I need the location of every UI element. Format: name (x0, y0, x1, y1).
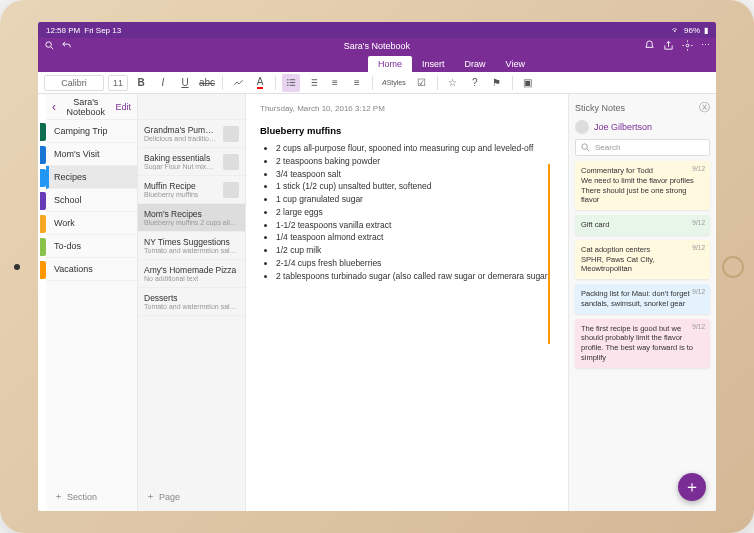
bold-button[interactable]: B (132, 74, 150, 92)
tab-insert[interactable]: Insert (412, 56, 455, 72)
number-list-button[interactable] (304, 74, 322, 92)
page-item[interactable]: NY Times SuggestionsTomato and watermelo… (138, 232, 245, 260)
section-item[interactable]: Recipes (46, 166, 137, 189)
battery-icon: ▮ (704, 26, 708, 35)
sticky-note-date: 9/12 (692, 323, 705, 331)
bell-icon[interactable] (644, 40, 655, 53)
ingredient-item: 2 tablespoons turbinado sugar (also call… (276, 270, 554, 283)
tab-home[interactable]: Home (368, 56, 412, 72)
search-icon (580, 142, 591, 153)
ingredient-item: 2 large eggs (276, 206, 554, 219)
svg-rect-6 (289, 79, 295, 80)
more-icon[interactable]: ⋯ (701, 40, 710, 53)
sticky-note-card[interactable]: 9/12Commentary for Todd We need to limit… (575, 161, 710, 210)
ingredient-item: 1-1/2 teaspoons vanilla extract (276, 219, 554, 232)
status-time: 12:58 PM (46, 26, 80, 35)
panel-toggle-button[interactable]: ▣ (519, 74, 537, 92)
share-icon[interactable] (663, 40, 674, 53)
edit-link[interactable]: Edit (115, 102, 131, 112)
add-section-button[interactable]: ＋ Section (46, 482, 137, 511)
sticky-note-card[interactable]: 9/12Gift card (575, 215, 710, 235)
highlight-button[interactable] (229, 74, 247, 92)
section-item[interactable]: Vacations (46, 258, 137, 281)
sticky-notes-panel: Sticky Notes ⓧ Joe Gilbertson Search 9/1… (568, 94, 716, 511)
font-color-button[interactable]: A (251, 74, 269, 92)
svg-point-12 (582, 144, 588, 150)
section-item[interactable]: Work (46, 212, 137, 235)
tab-view[interactable]: View (496, 56, 535, 72)
sticky-note-card[interactable]: 9/12Packing list for Maui: don't forget … (575, 284, 710, 314)
battery-percent: 96% (684, 26, 700, 35)
wifi-icon: ᯤ (672, 26, 680, 35)
sticky-note-text: Cat adoption centers SPHR, Paws Cat City… (581, 245, 704, 274)
checkbox-button[interactable]: ☑ (413, 74, 431, 92)
svg-point-5 (287, 85, 288, 86)
section-item[interactable]: Mom's Visit (46, 143, 137, 166)
section-item[interactable]: School (46, 189, 137, 212)
svg-line-1 (51, 46, 53, 48)
search-icon[interactable] (44, 40, 55, 53)
flag-button[interactable]: ⚑ (488, 74, 506, 92)
help-button[interactable]: ? (466, 74, 484, 92)
page-item[interactable]: DessertsTomato and watermelon salad… (138, 288, 245, 316)
sticky-search-input[interactable]: Search (575, 139, 710, 156)
sticky-note-text: Packing list for Maui: don't forget sand… (581, 289, 704, 309)
note-canvas[interactable]: Thursday, March 10, 2016 3:12 PM Blueber… (246, 94, 568, 511)
tab-draw[interactable]: Draw (455, 56, 496, 72)
font-size-select[interactable]: 11 (108, 75, 128, 91)
ingredient-item: 1/2 cup milk (276, 244, 554, 257)
title-bar: Sara's Notebook ⋯ (38, 38, 716, 54)
add-page-button[interactable]: ＋ Page (138, 482, 245, 511)
ingredient-item: 2 cups all-purpose flour, spooned into m… (276, 142, 554, 155)
status-bar: 12:58 PM Fri Sep 13 ᯤ 96% ▮ (38, 22, 716, 38)
ingredient-item: 3/4 teaspoon salt (276, 168, 554, 181)
page-item[interactable]: Mom's RecipesBlueberry muffins 2 cups al… (138, 204, 245, 232)
page-item[interactable]: Grandma's Pum…Delicious and traditio… (138, 120, 245, 148)
avatar (575, 120, 589, 134)
ribbon-tabs: Home Insert Draw View (38, 54, 716, 72)
ingredient-item: 2 teaspoons baking powder (276, 155, 554, 168)
svg-rect-8 (289, 85, 295, 86)
indent-button[interactable]: ≡ (348, 74, 366, 92)
close-icon[interactable]: ⓧ (699, 100, 710, 115)
svg-point-4 (287, 82, 288, 83)
note-date: Thursday, March 10, 2016 3:12 PM (260, 104, 554, 113)
ingredient-item: 1/4 teaspoon almond extract (276, 231, 554, 244)
sticky-note-text: The first recipe is good but we should p… (581, 324, 704, 363)
star-button[interactable]: ☆ (444, 74, 462, 92)
ingredient-item: 1 stick (1/2 cup) unsalted butter, softe… (276, 180, 554, 193)
app-title: Sara's Notebook (344, 41, 410, 51)
bullet-list-button[interactable] (282, 74, 300, 92)
pages-panel: Grandma's Pum…Delicious and traditio…Bak… (138, 94, 246, 511)
sticky-note-card[interactable]: 9/12The first recipe is good but we shou… (575, 319, 710, 368)
outdent-button[interactable]: ≡ (326, 74, 344, 92)
section-item[interactable]: To-dos (46, 235, 137, 258)
sticky-note-date: 9/12 (692, 165, 705, 173)
styles-button[interactable]: A Styles (379, 74, 409, 92)
underline-button[interactable]: U (176, 74, 194, 92)
sticky-title: Sticky Notes (575, 103, 625, 113)
sections-panel: ‹ Sara's Notebook Edit Camping TripMom's… (46, 94, 138, 511)
svg-rect-11 (311, 85, 317, 86)
strike-button[interactable]: abc (198, 74, 216, 92)
sticky-note-card[interactable]: 9/12Cat adoption centers SPHR, Paws Cat … (575, 240, 710, 279)
sticky-note-text: Gift card (581, 220, 704, 230)
svg-point-3 (287, 79, 288, 80)
cursor-marker (548, 164, 550, 344)
page-item[interactable]: Baking essentialsSugar Flour Nut mix… (138, 148, 245, 176)
sticky-note-date: 9/12 (692, 219, 705, 227)
svg-rect-10 (311, 82, 317, 83)
svg-line-13 (587, 149, 589, 151)
home-button[interactable] (722, 256, 744, 278)
gear-icon[interactable] (682, 40, 693, 53)
font-name-select[interactable]: Calibri (44, 75, 104, 91)
section-item[interactable]: Camping Trip (46, 120, 137, 143)
sticky-user-name[interactable]: Joe Gilbertson (594, 122, 652, 132)
italic-button[interactable]: I (154, 74, 172, 92)
page-thumbnail (223, 182, 239, 198)
undo-icon[interactable] (61, 40, 72, 53)
svg-point-0 (46, 41, 52, 47)
add-note-fab[interactable]: ＋ (678, 473, 706, 501)
page-item[interactable]: Amy's Homemade PizzaNo additional text (138, 260, 245, 288)
page-item[interactable]: Muffin RecipeBlueberry muffins (138, 176, 245, 204)
